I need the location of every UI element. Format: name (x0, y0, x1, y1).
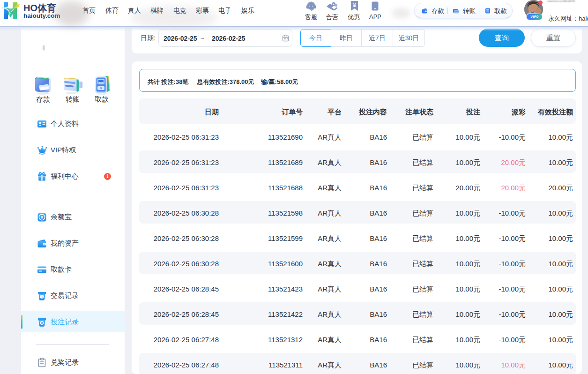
svg-text:¥: ¥ (41, 215, 44, 220)
svg-text:¥: ¥ (100, 87, 102, 90)
svg-text:¥: ¥ (353, 2, 356, 8)
